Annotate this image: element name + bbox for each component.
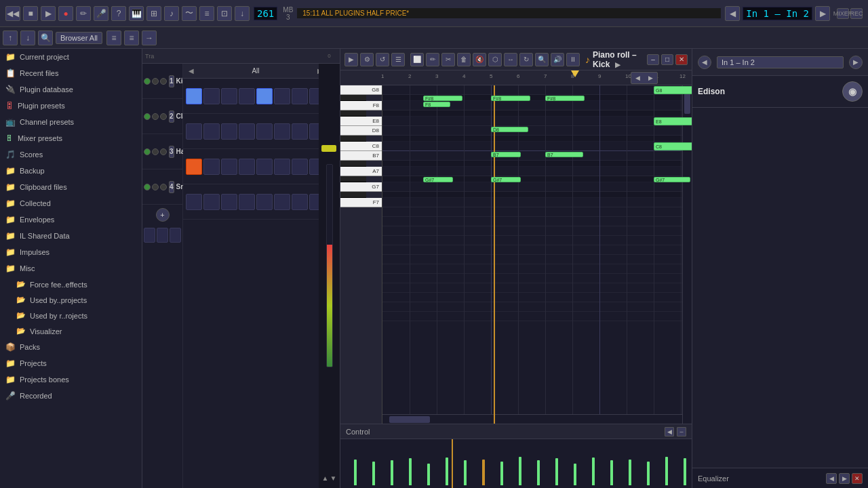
kick-step-2[interactable] xyxy=(203,88,220,104)
sidebar-item-used-by-projects[interactable]: 📂 Used by..projects xyxy=(0,292,142,308)
clap-step-6[interactable] xyxy=(274,123,290,140)
nav-right[interactable]: ▶ xyxy=(815,6,830,21)
tool-grid[interactable]: ⊞ xyxy=(146,6,161,21)
tool-piano[interactable]: 🎹 xyxy=(129,6,144,21)
clap-step-1[interactable] xyxy=(186,123,202,140)
hat-step-7[interactable] xyxy=(292,159,308,175)
track-4-number[interactable]: 4 xyxy=(169,181,174,193)
control-bar-1[interactable] xyxy=(372,462,375,485)
note-B7-2[interactable]: B7 xyxy=(545,152,583,157)
key-Es8[interactable] xyxy=(340,110,366,117)
pr-refresh-btn[interactable]: ↻ xyxy=(519,53,533,66)
snare-step-3[interactable] xyxy=(221,194,237,210)
snare-step-6[interactable] xyxy=(274,194,290,210)
track-3-number[interactable]: 3 xyxy=(169,146,174,158)
pr-minimize-btn[interactable]: – xyxy=(647,54,659,65)
control-bar-16[interactable] xyxy=(647,462,650,485)
hat-step-3[interactable] xyxy=(221,159,237,175)
sidebar-item-backup[interactable]: 📁 Backup xyxy=(0,163,142,179)
mini-btn-2[interactable] xyxy=(157,228,168,243)
control-bar-13[interactable] xyxy=(592,458,595,485)
track-4-yellow-btn[interactable] xyxy=(152,184,159,190)
track-1-red-btn[interactable] xyxy=(160,78,167,85)
note-B7-1[interactable]: B7 xyxy=(491,152,521,157)
track-1-yellow-btn[interactable] xyxy=(152,78,159,85)
track-2-number[interactable]: 2 xyxy=(169,110,174,123)
sidebar-toggle-left[interactable]: ≡ xyxy=(106,30,121,45)
note-grid-scrollbar[interactable] xyxy=(682,85,692,424)
hat-step-6[interactable] xyxy=(274,159,290,175)
pr-pause-btn[interactable]: ⏸ xyxy=(566,53,580,66)
note-grid-hscrollbar[interactable] xyxy=(382,414,682,424)
pr-magnet-btn[interactable]: ⚙ xyxy=(360,53,374,66)
pitch-down-btn[interactable]: ▼ xyxy=(330,474,337,482)
pattern-nav-left[interactable]: ◀ xyxy=(189,67,194,75)
sidebar-item-scores[interactable]: 🎵 Scores xyxy=(0,146,142,163)
mixer-win-btn[interactable]: MIXER xyxy=(837,8,849,19)
control-bar-18[interactable] xyxy=(684,458,686,485)
sidebar-item-packs[interactable]: 📦 Packs xyxy=(0,339,142,355)
nav-left[interactable]: ◀ xyxy=(725,6,740,21)
eq-btn-2[interactable]: ▶ xyxy=(839,473,850,484)
mini-btn-3[interactable] xyxy=(170,228,181,243)
pr-delete-btn[interactable]: 🗑 xyxy=(457,53,471,66)
key-A7[interactable]: A7 xyxy=(340,167,382,176)
control-bar-14[interactable] xyxy=(610,460,613,485)
fader-handle[interactable] xyxy=(321,145,336,152)
key-Fs8[interactable] xyxy=(340,95,366,101)
track-4-green-btn[interactable] xyxy=(144,184,151,190)
sidebar-item-recorded[interactable]: 🎤 Recorded xyxy=(0,388,142,404)
rec-win-btn[interactable]: REC xyxy=(850,8,863,19)
transport-stop[interactable]: ■ xyxy=(23,6,38,21)
track-3-yellow-btn[interactable] xyxy=(152,148,159,155)
tool-midi[interactable]: ♪ xyxy=(164,6,179,21)
track-2-yellow-btn[interactable] xyxy=(152,113,159,120)
track-4-red-btn[interactable] xyxy=(160,184,167,190)
right-nav-left[interactable]: ◀ xyxy=(698,56,711,69)
clap-step-5[interactable] xyxy=(256,123,273,140)
snare-step-5[interactable] xyxy=(256,194,273,210)
control-bar-3[interactable] xyxy=(409,458,412,485)
sidebar-item-collected[interactable]: 📁 Collected xyxy=(0,195,142,211)
tool-render[interactable]: ⊡ xyxy=(217,6,232,21)
control-bar-0[interactable] xyxy=(354,460,357,485)
pr-draw-btn[interactable]: ✏ xyxy=(426,53,439,66)
control-bar-10[interactable] xyxy=(537,460,540,485)
key-Bs7[interactable] xyxy=(340,161,366,167)
sidebar-item-plugin-database[interactable]: 🔌 Plugin database xyxy=(0,81,142,98)
edison-knob[interactable]: ◉ xyxy=(842,81,863,102)
clap-step-4[interactable] xyxy=(239,123,255,140)
sidebar-item-il-shared-data[interactable]: 📁 IL Shared Data xyxy=(0,228,142,244)
sidebar-item-clipboard-files[interactable]: 📁 Clipboard files xyxy=(0,179,142,195)
pr-close-btn[interactable]: ✕ xyxy=(675,54,688,65)
channel-in-selector[interactable]: In 1 – In 2 xyxy=(717,56,844,68)
pr-cut-btn[interactable]: ✂ xyxy=(441,53,455,66)
pitch-up-btn[interactable]: ▲ xyxy=(322,474,329,482)
sidebar-item-projects[interactable]: 📁 Projects xyxy=(0,355,142,371)
clap-step-2[interactable] xyxy=(203,123,220,140)
note-D8[interactable]: D8 xyxy=(491,127,528,132)
hat-step-5[interactable] xyxy=(256,159,273,175)
pr-play-btn[interactable]: ▶ xyxy=(344,53,358,66)
key-G7[interactable]: G7 xyxy=(340,182,382,192)
track-1-green-btn[interactable] xyxy=(144,78,151,85)
tool-question[interactable]: ? xyxy=(111,6,126,21)
ruler-scroll-right[interactable]: ▶ xyxy=(648,75,653,81)
control-bar-11[interactable] xyxy=(555,458,558,485)
key-F8[interactable]: F8 xyxy=(340,101,382,110)
down-icon[interactable]: ↓ xyxy=(20,30,35,45)
tool-mixer[interactable]: ≡ xyxy=(199,6,214,21)
kick-step-4[interactable] xyxy=(239,88,255,104)
control-bar-12[interactable] xyxy=(574,464,576,485)
eq-close[interactable]: ✕ xyxy=(852,473,863,484)
right-nav-right[interactable]: ▶ xyxy=(849,56,863,69)
note-G8[interactable]: G8 xyxy=(654,86,692,94)
search-icon[interactable]: 🔍 xyxy=(38,30,53,45)
control-nav-left[interactable]: ◀ xyxy=(665,427,674,436)
snare-step-4[interactable] xyxy=(239,194,255,210)
sidebar-item-used-by-r-rojects[interactable]: 📂 Used by r..rojects xyxy=(0,308,142,323)
sidebar-item-envelopes[interactable]: 📁 Envelopes xyxy=(0,211,142,228)
eq-btn-1[interactable]: ◀ xyxy=(826,473,837,484)
note-E8[interactable]: E8 xyxy=(654,117,692,125)
note-grid-hscrollthumb[interactable] xyxy=(389,416,430,423)
